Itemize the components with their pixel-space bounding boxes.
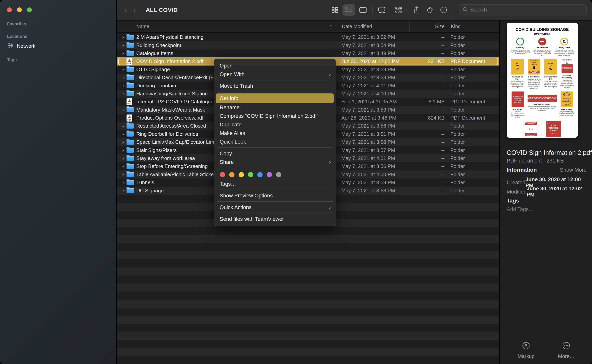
menu-item-share[interactable]: Share› xyxy=(214,158,336,166)
tag-color-dot[interactable] xyxy=(220,172,225,177)
sidebar-item-network[interactable]: Network xyxy=(7,42,35,50)
sign-art: Do your part...STAY2 METRESAPART⟷ xyxy=(546,121,561,137)
menu-item-copy[interactable]: Copy xyxy=(214,149,336,158)
disclosure-chevron-icon[interactable]: › xyxy=(120,155,126,162)
file-date-modified: Apr 28, 2020 at 3:48 PM xyxy=(339,114,409,122)
file-name: Internal TPS COVID 19 Catalogue.pdf xyxy=(136,99,222,105)
file-kind: PDF Document xyxy=(448,98,499,106)
menu-item-tags[interactable]: Tags… xyxy=(214,180,336,188)
table-row[interactable]: › Catalogue Items May 7, 2021 at 3:49 PM… xyxy=(117,49,499,57)
column-header-size[interactable]: Size xyxy=(409,20,448,32)
share-button[interactable] xyxy=(414,6,419,14)
menu-item-get-info[interactable]: Get Info xyxy=(216,93,334,103)
more-actions-button[interactable]: ⌄ xyxy=(440,6,452,14)
sign: WARNING2 WAY TRAFFIC⇅STAY 2 METRES APART… xyxy=(527,59,541,89)
file-kind: Folder xyxy=(448,73,499,82)
disclosure-chevron-icon[interactable]: › xyxy=(120,83,126,89)
show-more-link[interactable]: Show More xyxy=(560,167,586,173)
minimize-button[interactable] xyxy=(17,7,22,12)
submenu-chevron-icon: › xyxy=(329,159,331,165)
information-header: Information xyxy=(507,167,537,173)
file-kind: Folder xyxy=(448,106,499,114)
search-field[interactable]: Search xyxy=(459,5,586,15)
sign-art: ⇅ xyxy=(560,38,568,46)
menu-item-duplicate[interactable]: Duplicate xyxy=(214,120,336,129)
menu-item-make-alias[interactable]: Make Alias xyxy=(214,129,336,137)
menu-item-compress-covid-sign-information-pdf[interactable]: Compress “COVID Sign Information 2.pdf” xyxy=(214,112,336,120)
menu-item-quick-actions[interactable]: Quick Actions› xyxy=(214,203,336,212)
tag-color-dot[interactable] xyxy=(267,172,272,177)
gallery-view-button[interactable] xyxy=(375,4,388,16)
disclosure-chevron-icon[interactable]: › xyxy=(120,42,126,48)
sign-art: UpOnly⇗ xyxy=(511,59,524,75)
disclosure-chevron-icon[interactable]: › xyxy=(120,91,126,97)
file-date-modified: May 7, 2021 at 4:01 PM xyxy=(339,82,409,90)
close-button[interactable] xyxy=(7,7,12,12)
disclosure-chevron-icon[interactable]: › xyxy=(120,66,126,72)
column-header-name[interactable]: Name ⌃ xyxy=(117,20,339,32)
table-row[interactable]: › 2 M Apart/Physical Distancing May 7, 2… xyxy=(117,33,499,41)
column-header-kind[interactable]: Kind xyxy=(448,20,499,32)
menu-item-move-to-trash[interactable]: Move to Trash xyxy=(214,82,336,90)
file-name: CTTC Signage xyxy=(136,66,170,72)
file-kind: Folder xyxy=(448,138,499,146)
markup-button[interactable]: Markup xyxy=(518,341,535,359)
disclosure-chevron-icon[interactable]: › xyxy=(120,139,126,145)
back-button[interactable]: ‹ xyxy=(121,5,130,15)
sign: Do your part...STAY2 METRESAPART⟷ xyxy=(543,121,564,137)
disclosure-chevron-icon[interactable]: › xyxy=(120,179,126,186)
folder-icon xyxy=(126,35,134,40)
disclosure-chevron-icon[interactable]: › xyxy=(120,123,126,129)
disclosure-chevron-icon[interactable]: › xyxy=(120,171,126,177)
sidebar-item-label: Network xyxy=(17,43,35,49)
menu-item-open[interactable]: Open xyxy=(214,61,336,70)
file-kind: Folder xyxy=(448,82,499,90)
zoom-button[interactable] xyxy=(27,7,32,12)
icon-view-button[interactable] xyxy=(328,4,341,16)
tag-color-dot[interactable] xyxy=(248,172,253,177)
menu-item-show-preview-options[interactable]: Show Preview Options xyxy=(214,191,336,200)
pdf-thumbnail[interactable]: COVID BUILDING SIGNAGEInformation↑One Wa… xyxy=(507,23,578,138)
tag-color-dot[interactable] xyxy=(239,172,244,177)
menu-item-quick-look[interactable]: Quick Look xyxy=(214,137,336,146)
disclosure-chevron-icon[interactable]: › xyxy=(120,131,126,137)
sidebar-section-tags: Tags xyxy=(7,57,17,62)
folder-icon xyxy=(126,180,134,185)
tag-button[interactable] xyxy=(426,6,433,13)
forward-button[interactable]: › xyxy=(130,5,139,15)
group-by-button[interactable]: ⌄ xyxy=(395,7,407,13)
disclosure-chevron-icon[interactable]: › xyxy=(120,107,126,113)
more-button[interactable]: More… xyxy=(558,341,575,359)
menu-item-send-files-with-teamviewer[interactable]: Send files with TeamViewer xyxy=(214,215,336,223)
table-row[interactable]: › Building Checkpoint May 7, 2021 at 3:5… xyxy=(117,41,499,49)
file-date-modified: May 7, 2021 at 3:56 PM xyxy=(339,162,409,170)
menu-item-open-with[interactable]: Open With› xyxy=(214,70,336,79)
disclosure-chevron-icon[interactable]: › xyxy=(120,188,126,194)
mask-icon xyxy=(563,92,571,98)
disclosure-chevron-icon[interactable]: › xyxy=(120,163,126,169)
disclosure-chevron-icon[interactable]: › xyxy=(120,147,126,153)
markup-pen-icon xyxy=(522,341,530,351)
disclosure-chevron-icon[interactable]: › xyxy=(120,50,126,56)
add-tags-field[interactable]: Add Tags... xyxy=(507,206,533,212)
file-date-modified: May 7, 2021 at 3:57 PM xyxy=(339,146,409,154)
created-label: Created xyxy=(507,180,525,186)
column-header-date-modified[interactable]: Date Modified xyxy=(339,20,409,32)
file-date-modified: May 7, 2021 at 3:58 PM xyxy=(339,138,409,146)
sign: WARNING⚠MAXIMUM 2 PEOPLEALLOWED IN THISS… xyxy=(560,59,574,88)
file-name: Product Options Overview.pdf xyxy=(136,115,203,121)
chevron-down-icon: ⌄ xyxy=(449,8,452,12)
file-kind: Folder xyxy=(448,33,499,41)
disclosure-chevron-icon[interactable]: › xyxy=(120,75,126,81)
list-view-button[interactable] xyxy=(342,4,355,16)
tag-color-dot[interactable] xyxy=(257,172,263,177)
list-header: Name ⌃ Date Modified Size Kind xyxy=(117,20,499,33)
menu-item-rename[interactable]: Rename xyxy=(214,103,336,112)
tag-color-dot[interactable] xyxy=(276,172,281,177)
file-name: Catalogue Items xyxy=(136,50,173,56)
tag-color-dot[interactable] xyxy=(229,172,234,177)
disclosure-chevron-icon[interactable]: › xyxy=(120,34,126,40)
folder-icon xyxy=(126,140,134,145)
column-view-button[interactable] xyxy=(357,4,369,16)
file-name: Mandatory Mask/Wear a Mask xyxy=(136,107,205,113)
